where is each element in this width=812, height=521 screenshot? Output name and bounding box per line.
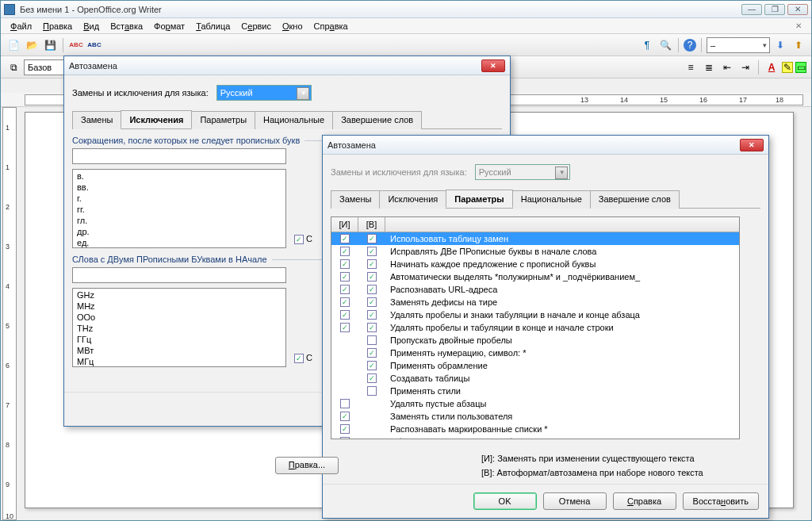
arrow-up-icon[interactable]: ⬆ <box>791 37 806 53</box>
menu-format[interactable]: Формат <box>149 20 190 33</box>
menu-file[interactable]: Файл <box>6 20 36 33</box>
window-close-button[interactable]: ✕ <box>787 4 808 15</box>
param-row[interactable]: ✓✓Удалять пробелы и знаки табуляции в на… <box>331 308 739 321</box>
checkbox-v[interactable]: ✓ <box>367 297 377 307</box>
twocaps-auto-checkbox[interactable]: ✓ <box>294 354 304 363</box>
checkbox-v[interactable]: ✓ <box>367 259 377 269</box>
checkbox-i[interactable]: ✓ <box>340 323 350 332</box>
language-combo[interactable]: Русский▼ <box>216 85 312 101</box>
cancel-button[interactable]: Отмена <box>543 492 607 510</box>
tab-replace[interactable]: Замены <box>331 190 380 209</box>
styles-icon[interactable]: ⧉ <box>6 59 21 75</box>
param-row[interactable]: Применять стили <box>331 385 739 397</box>
indent-inc-icon[interactable]: ⇥ <box>737 59 753 75</box>
twocaps-listbox[interactable]: GHz MHz OOo THz ГГц МВт МГц <box>72 288 286 367</box>
restore-button[interactable]: ❐ <box>764 4 785 15</box>
help-icon[interactable]: ? <box>684 39 696 52</box>
autospell-icon[interactable]: ABC <box>86 37 102 53</box>
param-row[interactable]: ✓Создавать таблицы <box>331 372 739 385</box>
paragraph-icon[interactable]: ¶ <box>639 37 655 53</box>
param-row[interactable]: ✓✓Удалять пробелы и табуляции в конце и … <box>331 321 739 334</box>
checkbox-v[interactable]: ✓ <box>367 361 377 370</box>
checkbox-v[interactable]: ✓ <box>367 247 377 256</box>
twocaps-input[interactable] <box>72 267 286 283</box>
param-row[interactable]: ✓✓Начинать каждое предложение с прописно… <box>331 258 739 270</box>
checkbox-v[interactable]: ✓ <box>367 234 377 243</box>
numbering-icon[interactable]: ≣ <box>701 59 717 75</box>
arrow-down-icon[interactable]: ⬇ <box>772 37 788 53</box>
style-combo[interactable]: – <box>707 37 770 53</box>
param-row[interactable]: ✓Заменять стили пользователя <box>331 410 739 423</box>
checkbox-i[interactable]: ✓ <box>340 297 350 307</box>
dialog-close-button[interactable]: ✕ <box>481 59 505 72</box>
checkbox-v[interactable] <box>367 386 377 396</box>
menu-service[interactable]: Сервис <box>236 20 276 33</box>
checkbox-i[interactable]: ✓ <box>340 310 350 320</box>
indent-dec-icon[interactable]: ⇤ <box>719 59 735 75</box>
tab-national[interactable]: Национальные <box>255 111 333 129</box>
tab-wordcomplete[interactable]: Завершение слов <box>590 190 680 209</box>
menu-table[interactable]: Таблица <box>191 20 235 33</box>
minimize-button[interactable]: — <box>741 4 762 15</box>
checkbox-i[interactable]: ✓ <box>340 272 350 282</box>
menu-insert[interactable]: Вставка <box>105 20 147 33</box>
checkbox-i[interactable]: ✓ <box>340 437 350 439</box>
edit-button[interactable]: Правка... <box>275 457 339 474</box>
checkbox-i[interactable]: ✓ <box>340 259 350 269</box>
font-color-icon[interactable]: A <box>764 59 779 75</box>
tab-parameters[interactable]: Параметры <box>191 111 255 129</box>
param-row[interactable]: ✓✓Заменять дефисы на тире <box>331 296 739 308</box>
checkbox-v[interactable] <box>367 335 377 345</box>
checkbox-v[interactable]: ✓ <box>367 374 377 383</box>
tab-national[interactable]: Национальные <box>512 190 591 209</box>
abbrev-listbox[interactable]: в. вв. г. гг. гл. др. ед. <box>72 169 286 248</box>
menu-edit[interactable]: Правка <box>38 20 77 33</box>
checkbox-i[interactable]: ✓ <box>340 412 350 421</box>
checkbox-v[interactable]: ✓ <box>367 272 377 282</box>
checkbox-i[interactable]: ✓ <box>340 285 350 294</box>
column-header-i[interactable]: [И] <box>331 217 358 232</box>
help-button[interactable]: Справка <box>613 492 676 510</box>
param-row[interactable]: ✓Распознавать маркированные списки * <box>331 423 739 435</box>
tab-exclusions[interactable]: Исключения <box>121 110 192 128</box>
checkbox-i[interactable]: ✓ <box>340 424 350 434</box>
param-row[interactable]: ✓Применять обрамление <box>331 359 739 372</box>
menu-view[interactable]: Вид <box>79 20 104 33</box>
ok-button[interactable]: OK <box>473 492 537 510</box>
param-row[interactable]: ✓✓Распознавать URL-адреса <box>331 283 739 296</box>
restore-button[interactable]: Восстановить <box>683 492 759 510</box>
save-icon[interactable]: 💾 <box>42 37 58 53</box>
checkbox-v[interactable]: ✓ <box>367 285 377 294</box>
highlight-icon[interactable]: ✎ <box>782 62 793 73</box>
param-row[interactable]: ✓✓Исправлять ДВе ПРописные буквы в начал… <box>331 245 739 258</box>
open-icon[interactable]: 📂 <box>24 37 40 53</box>
menu-close-icon[interactable]: ✕ <box>791 20 806 32</box>
zoom-icon[interactable]: 🔍 <box>657 37 673 53</box>
param-row[interactable]: ✓✓Автоматически выделять *полужирным* и … <box>331 270 739 283</box>
checkbox-v[interactable]: ✓ <box>367 348 377 358</box>
checkbox-v[interactable]: ✓ <box>367 310 377 320</box>
column-header-v[interactable]: [В] <box>358 217 385 232</box>
param-row[interactable]: ✓Применять нумерацию, символ: * <box>331 347 739 359</box>
param-row[interactable]: ✓✓Использовать таблицу замен <box>331 232 739 245</box>
checkbox-i[interactable]: ✓ <box>340 234 350 243</box>
tab-wordcomplete[interactable]: Завершение слов <box>332 111 422 129</box>
bullets-icon[interactable]: ≡ <box>683 59 699 75</box>
abbrev-auto-checkbox[interactable]: ✓ <box>294 235 304 244</box>
menu-window[interactable]: Окно <box>278 20 308 33</box>
menu-help[interactable]: Справка <box>309 20 353 33</box>
tab-exclusions[interactable]: Исключения <box>379 190 446 209</box>
param-row[interactable]: ✓Объединять однострочные абзацы, если дл… <box>331 435 739 439</box>
checkbox-v[interactable]: ✓ <box>367 323 377 332</box>
new-doc-icon[interactable]: 📄 <box>6 37 21 53</box>
param-row[interactable]: Пропускать двойные пробелы <box>331 334 739 347</box>
tab-parameters[interactable]: Параметры <box>446 190 512 208</box>
bgcolor-icon[interactable]: ▭ <box>795 62 806 73</box>
abbrev-input[interactable] <box>72 148 286 164</box>
param-row[interactable]: Удалять пустые абзацы <box>331 397 739 410</box>
tab-replace[interactable]: Замены <box>72 111 121 129</box>
checkbox-i[interactable] <box>340 399 350 408</box>
dialog-close-button[interactable]: ✕ <box>740 139 764 151</box>
checkbox-i[interactable]: ✓ <box>340 247 350 256</box>
spellcheck-icon[interactable]: ABC <box>68 37 84 53</box>
